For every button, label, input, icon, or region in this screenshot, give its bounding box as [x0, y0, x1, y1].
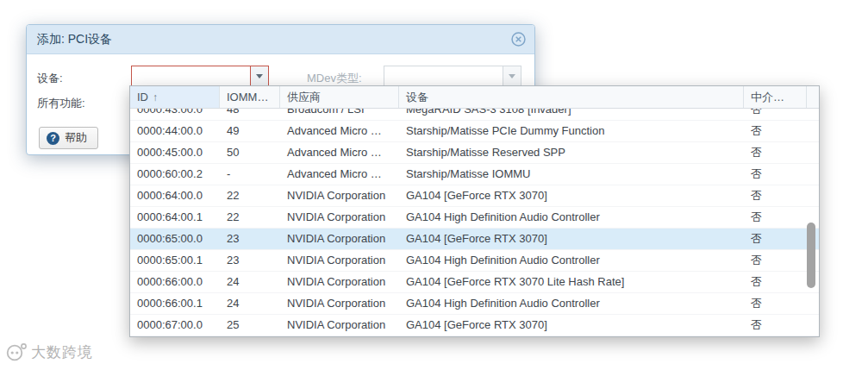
- cell-vendor: NVIDIA Corporation: [280, 229, 399, 249]
- cell-id: 0000:66:00.1: [130, 293, 220, 314]
- cell-iommu: 25: [220, 315, 280, 336]
- table-row[interactable]: 0000:60:00.2 - Advanced Micro … Starship…: [130, 164, 819, 185]
- cell-iommu: 48: [220, 109, 280, 120]
- watermark: 大数跨境: [5, 342, 93, 362]
- cell-vendor: NVIDIA Corporation: [280, 185, 399, 206]
- cell-device: GA104 [GeForce RTX 3070 Lite Hash Rate]: [399, 272, 744, 292]
- table-viewport: 0000:43:00.0 48 Broadcom / LSI MegaRAID …: [130, 109, 819, 336]
- cell-vendor: Advanced Micro …: [280, 142, 399, 163]
- cell-iommu: 24: [220, 293, 280, 314]
- column-header-vendor[interactable]: 供应商: [280, 86, 399, 108]
- cell-device: GA104 High Definition Audio Controller: [399, 293, 744, 314]
- cell-mediated: 否: [744, 207, 807, 228]
- column-header-iommu[interactable]: IOMM…: [220, 86, 280, 108]
- cell-mediated: 否: [744, 142, 807, 163]
- cell-device: GA104 High Definition Audio Controller: [399, 250, 744, 271]
- watermark-text: 大数跨境: [31, 342, 93, 362]
- table-row[interactable]: 0000:44:00.0 49 Advanced Micro … Starshi…: [130, 121, 819, 142]
- cell-id: 0000:43:00.0: [130, 109, 220, 120]
- column-header-device[interactable]: 设备: [399, 86, 744, 108]
- cell-device: Starship/Matisse Reserved SPP: [399, 142, 744, 163]
- cell-vendor: NVIDIA Corporation: [280, 293, 399, 314]
- cell-device: Starship/Matisse PCIe Dummy Function: [399, 121, 744, 141]
- cell-id: 0000:65:00.0: [130, 229, 220, 249]
- mdev-type-label: MDev类型:: [307, 71, 362, 86]
- cell-id: 0000:44:00.0: [130, 121, 220, 141]
- mdev-type-combobox: [384, 66, 521, 86]
- table-row[interactable]: 0000:64:00.1 22 NVIDIA Corporation GA104…: [130, 207, 819, 229]
- cell-vendor: NVIDIA Corporation: [280, 250, 399, 271]
- cell-vendor: NVIDIA Corporation: [280, 315, 399, 336]
- table-row[interactable]: 0000:66:00.1 24 NVIDIA Corporation GA104…: [130, 293, 819, 315]
- cell-id: 0000:64:00.1: [130, 207, 220, 228]
- question-icon: ?: [47, 132, 59, 145]
- cell-vendor: Advanced Micro …: [280, 164, 399, 185]
- column-header-mediated[interactable]: 中介…: [744, 86, 807, 108]
- table-row[interactable]: 0000:66:00.0 24 NVIDIA Corporation GA104…: [130, 272, 819, 293]
- cell-vendor: Advanced Micro …: [280, 121, 399, 141]
- cell-vendor: NVIDIA Corporation: [280, 272, 399, 292]
- cell-iommu: 22: [220, 185, 280, 206]
- cell-id: 0000:45:00.0: [130, 142, 220, 163]
- cell-iommu: 49: [220, 121, 280, 141]
- device-label: 设备:: [37, 71, 63, 86]
- cell-iommu: 23: [220, 229, 280, 249]
- table-header: ID↑ IOMM… 供应商 设备 中介…: [130, 86, 819, 109]
- pci-table-body: 0000:43:00.0 48 Broadcom / LSI MegaRAID …: [130, 109, 819, 336]
- scrollbar-thumb[interactable]: [807, 223, 815, 288]
- cell-mediated: 否: [744, 315, 807, 336]
- table-row[interactable]: 0000:65:00.0 23 NVIDIA Corporation GA104…: [130, 229, 819, 250]
- column-header-id-label: ID: [137, 91, 148, 103]
- cell-iommu: 24: [220, 272, 280, 292]
- dialog-header: 添加: PCI设备: [27, 25, 534, 54]
- cell-mediated: 否: [744, 164, 807, 185]
- chevron-down-icon: [503, 66, 521, 85]
- cell-iommu: 50: [220, 142, 280, 163]
- table-row[interactable]: 0000:64:00.0 22 NVIDIA Corporation GA104…: [130, 185, 819, 207]
- cell-mediated: 否: [744, 109, 807, 120]
- cell-iommu: -: [220, 164, 280, 185]
- cell-mediated: 否: [744, 272, 807, 292]
- cell-device: Starship/Matisse IOMMU: [399, 164, 744, 185]
- cell-device: GA104 [GeForce RTX 3070]: [399, 229, 744, 249]
- cell-mediated: 否: [744, 185, 807, 206]
- cell-device: MegaRAID SAS-3 3108 [Invader]: [399, 109, 744, 120]
- help-button[interactable]: ? 帮助: [39, 127, 98, 149]
- cell-vendor: Broadcom / LSI: [280, 109, 399, 120]
- cell-mediated: 否: [744, 293, 807, 314]
- all-functions-label: 所有功能:: [37, 96, 85, 111]
- mdev-type-input: [384, 66, 503, 85]
- chevron-down-icon[interactable]: [250, 66, 268, 85]
- cell-mediated: 否: [744, 250, 807, 271]
- cell-id: 0000:64:00.0: [130, 185, 220, 206]
- cell-id: 0000:60:00.2: [130, 164, 220, 185]
- cell-id: 0000:67:00.0: [130, 315, 220, 336]
- cell-iommu: 22: [220, 207, 280, 228]
- table-row[interactable]: 0000:43:00.0 48 Broadcom / LSI MegaRAID …: [130, 109, 819, 121]
- table-row[interactable]: 0000:67:00.0 25 NVIDIA Corporation GA104…: [130, 315, 819, 336]
- table-row[interactable]: 0000:45:00.0 50 Advanced Micro … Starshi…: [130, 142, 819, 164]
- help-button-label: 帮助: [65, 130, 87, 146]
- page: 添加: PCI设备 设备: MDev类型: 所有功能: ? 帮: [0, 0, 868, 370]
- cell-device: GA104 [GeForce RTX 3070]: [399, 185, 744, 206]
- column-header-id[interactable]: ID↑: [130, 86, 220, 108]
- table-row[interactable]: 0000:65:00.1 23 NVIDIA Corporation GA104…: [130, 250, 819, 272]
- cell-device: GA104 [GeForce RTX 3070]: [399, 315, 744, 336]
- cell-id: 0000:65:00.1: [130, 250, 220, 271]
- cell-vendor: NVIDIA Corporation: [280, 207, 399, 228]
- close-icon[interactable]: [510, 32, 526, 47]
- cell-device: GA104 High Definition Audio Controller: [399, 207, 744, 228]
- sort-asc-icon: ↑: [153, 91, 158, 103]
- device-combobox[interactable]: [131, 66, 269, 86]
- cell-iommu: 23: [220, 250, 280, 271]
- cell-id: 0000:66:00.0: [130, 272, 220, 292]
- watermark-logo-icon: [5, 342, 28, 362]
- cell-mediated: 否: [744, 121, 807, 141]
- cell-mediated: 否: [744, 229, 807, 249]
- device-input[interactable]: [132, 66, 250, 85]
- device-dropdown-panel: ID↑ IOMM… 供应商 设备 中介… 0000:43:00.0 48 Bro…: [129, 85, 820, 337]
- dialog-title: 添加: PCI设备: [37, 32, 510, 47]
